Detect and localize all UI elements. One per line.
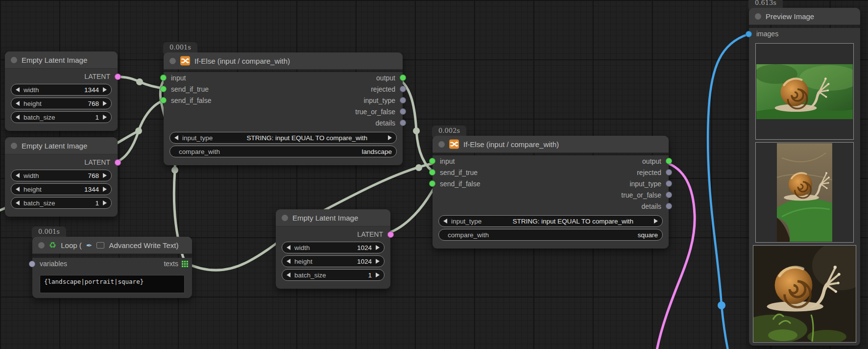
recycle-icon: ♻ [49,241,56,249]
node-graph-canvas[interactable]: Empty Latent Image LATENT width 1344 hei… [0,0,868,349]
node-title-bar[interactable]: Preview Image [749,8,860,25]
node-empty-latent-image-2[interactable]: Empty Latent Image LATENT width 768 heig… [5,137,118,217]
true-or-false-port[interactable] [400,108,406,115]
compare-with-field[interactable]: compare_with landscape [169,146,397,157]
latent-output-port[interactable] [387,231,394,238]
node-title-prefix: Loop ( [61,241,82,249]
width-widget[interactable]: width 768 [11,170,112,181]
node-empty-latent-image-3[interactable]: Empty Latent Image LATENT width 1024 hei… [276,209,390,289]
input-type-port[interactable] [400,97,406,103]
node-if-else-2[interactable]: 0.002s If-Else (input / compare_with) in… [433,136,669,249]
shuffle-icon [449,139,459,149]
node-preview-image[interactable]: 0.613s Preview Image images [749,8,860,346]
reroute-dot[interactable] [171,167,178,174]
decrement-arrow-icon[interactable] [287,259,290,264]
node-empty-latent-image-1[interactable]: Empty Latent Image LATENT width 1344 hei… [5,51,118,131]
height-widget[interactable]: height 768 [11,98,112,109]
images-input-port[interactable] [746,31,752,37]
output-label: LATENT [357,230,383,238]
combo-prev-arrow-icon[interactable] [174,135,178,140]
decrement-arrow-icon[interactable] [16,173,20,178]
pen-icon: ✒ [86,242,93,249]
combo-next-arrow-icon[interactable] [388,135,392,140]
decrement-arrow-icon[interactable] [16,200,20,205]
reroute-dot[interactable] [413,127,420,134]
decrement-arrow-icon[interactable] [287,273,290,277]
node-title-bar[interactable]: ♻ Loop ( ✒ Advanced Write Text) [32,237,192,254]
node-title: Preview Image [766,12,814,21]
wire-blue-images [708,33,751,349]
decrement-arrow-icon[interactable] [16,87,20,92]
reroute-dot[interactable] [415,164,422,171]
batch-size-widget[interactable]: batch_size 1 [11,197,112,209]
increment-arrow-icon[interactable] [376,273,380,277]
send-if-false-port[interactable] [160,97,167,103]
output-port[interactable] [666,158,672,164]
output-port[interactable] [400,75,406,81]
decrement-arrow-icon[interactable] [16,187,20,192]
width-widget[interactable]: width 1024 [282,242,385,253]
node-title-bar[interactable]: Empty Latent Image [5,51,118,69]
increment-arrow-icon[interactable] [103,173,107,178]
input-port[interactable] [160,75,167,81]
combo-prev-arrow-icon[interactable] [443,219,447,224]
reroute-dot[interactable] [135,127,142,134]
combo-next-arrow-icon[interactable] [654,219,658,224]
input-type-combo[interactable]: input_type STRING: input EQUAL TO compar… [438,215,663,227]
increment-arrow-icon[interactable] [376,259,380,264]
node-title: Empty Latent Image [292,214,358,222]
decrement-arrow-icon[interactable] [16,115,20,120]
node-title-bar[interactable]: Empty Latent Image [276,209,390,226]
node-if-else-1[interactable]: 0.001s If-Else (input / compare_with) in… [164,52,403,165]
width-widget[interactable]: width 1344 [11,84,112,96]
grid-3x3-texts-port[interactable] [182,261,188,267]
reroute-dot-blue[interactable] [718,301,725,309]
send-if-false-port[interactable] [429,180,435,187]
height-widget[interactable]: height 1024 [282,255,385,267]
increment-arrow-icon[interactable] [103,187,107,192]
rejected-port[interactable] [400,86,406,92]
variables-input-port[interactable] [29,261,35,267]
batch-size-widget[interactable]: batch_size 1 [282,269,385,281]
input-type-port[interactable] [666,180,672,187]
node-title-bar[interactable]: If-Else (input / compare_with) [164,52,403,70]
details-port[interactable] [666,203,672,209]
true-or-false-port[interactable] [666,192,672,198]
collapse-dot-icon[interactable] [11,143,17,149]
frame-icon [96,242,104,249]
latent-output-port[interactable] [115,159,121,166]
increment-arrow-icon[interactable] [103,101,107,106]
decrement-arrow-icon[interactable] [287,245,290,250]
node-title: If-Else (input / compare_with) [194,57,290,65]
collapse-dot-icon[interactable] [169,58,176,64]
increment-arrow-icon[interactable] [103,115,107,120]
increment-arrow-icon[interactable] [103,200,107,205]
increment-arrow-icon[interactable] [376,245,380,250]
collapse-dot-icon[interactable] [282,215,288,221]
node-title-suffix: Advanced Write Text) [109,241,178,249]
node-title-bar[interactable]: If-Else (input / compare_with) [433,136,669,153]
output-label: LATENT [84,73,110,80]
collapse-dot-icon[interactable] [755,13,761,20]
input-port[interactable] [429,158,435,164]
height-widget[interactable]: height 1344 [11,183,112,195]
send-if-true-port[interactable] [160,86,167,92]
node-title: Empty Latent Image [22,56,87,64]
decrement-arrow-icon[interactable] [16,101,20,106]
node-loop-advanced-write-text[interactable]: 0.001s ♻ Loop ( ✒ Advanced Write Text) v… [32,237,192,298]
send-if-true-port[interactable] [429,169,435,175]
input-type-combo[interactable]: input_type STRING: input EQUAL TO compar… [169,132,397,144]
text-input-area[interactable]: {landscape|portrait|square} [40,275,185,293]
details-port[interactable] [400,120,406,126]
increment-arrow-icon[interactable] [103,87,107,92]
node-title-bar[interactable]: Empty Latent Image [5,137,118,154]
collapse-dot-icon[interactable] [11,57,17,63]
batch-size-widget[interactable]: batch_size 1 [11,111,112,123]
reroute-dot[interactable] [136,78,143,85]
rejected-port[interactable] [666,169,672,175]
collapse-dot-icon[interactable] [38,242,45,249]
shuffle-icon [180,56,190,66]
collapse-dot-icon[interactable] [438,141,445,148]
compare-with-field[interactable]: compare_with square [438,229,663,241]
latent-output-port[interactable] [115,74,121,80]
